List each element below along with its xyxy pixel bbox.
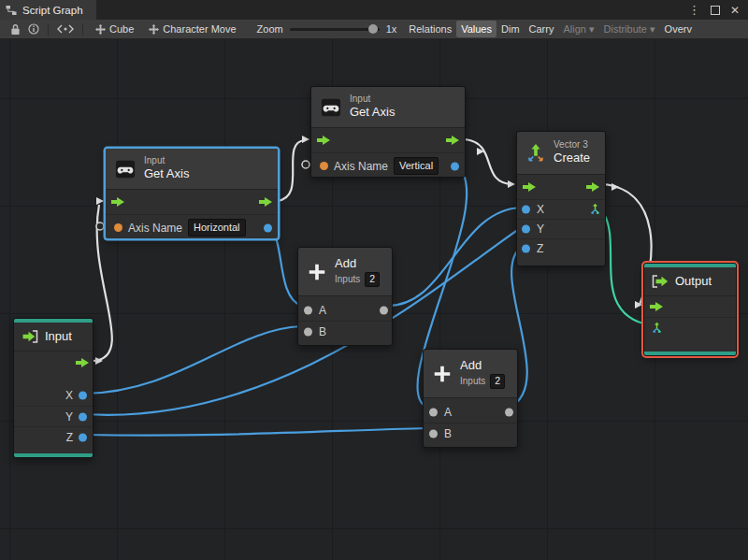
overview-button[interactable]: Overv	[660, 21, 697, 37]
zoom-slider[interactable]	[290, 28, 380, 31]
axis-name-row: Axis Name Vertical	[311, 152, 465, 179]
port-x-label: X	[537, 203, 544, 216]
close-icon[interactable]: ✕	[730, 4, 740, 17]
graph-output-icon	[651, 273, 669, 290]
gamepad-icon	[320, 97, 342, 118]
vector3-out-port[interactable]	[589, 204, 601, 216]
float-out-port[interactable]	[264, 223, 272, 232]
node-header[interactable]: Input Get Axis	[106, 149, 278, 190]
inputs-count-field[interactable]: 2	[365, 272, 380, 287]
wire-control-getaxis-v-to-create[interactable]	[464, 139, 512, 184]
control-in-port[interactable]	[523, 181, 536, 193]
value-out-port[interactable]	[380, 307, 388, 315]
maximize-icon[interactable]	[711, 6, 720, 15]
control-port-row	[14, 352, 93, 374]
breadcrumb-object[interactable]: Cube	[88, 23, 141, 35]
tab-script-graph[interactable]: Script Graph	[0, 0, 96, 20]
value-out-port[interactable]	[505, 409, 513, 417]
dim-relations-icon[interactable]	[53, 22, 78, 36]
node-header[interactable]: Vector 3 Create	[517, 132, 605, 175]
node-title: Input	[45, 329, 72, 345]
wire-input-x-to-add1-b[interactable]	[84, 326, 301, 394]
node-header[interactable]: Output	[644, 267, 736, 296]
vector3-port-row	[644, 317, 736, 337]
vector3-in-port[interactable]	[651, 322, 663, 334]
node-header[interactable]: Add Inputs 2	[424, 350, 517, 398]
value-in-port-b[interactable]	[304, 327, 312, 336]
wire-input-z-to-add2-b[interactable]	[84, 428, 428, 436]
value-in-port-b[interactable]	[429, 429, 438, 438]
inputs-count-field[interactable]: 2	[490, 374, 505, 389]
toolbar-toggles: Relations Values Dim Carry Align ▾ Distr…	[404, 21, 697, 38]
node-graph-output[interactable]: Output	[643, 263, 737, 356]
port-a-label: A	[444, 406, 452, 419]
port-x-label: X	[65, 389, 73, 402]
control-out-port[interactable]	[76, 357, 89, 368]
node-header[interactable]: Input	[14, 323, 93, 352]
control-out-port[interactable]	[446, 135, 459, 146]
axis-name-field[interactable]: Horizontal	[188, 219, 246, 236]
node-get-axis-horizontal[interactable]: Input Get Axis Axis Name Horizontal	[105, 148, 279, 239]
vector3-icon	[525, 143, 546, 164]
zoom-slider-handle[interactable]	[368, 24, 378, 34]
port-z-label: Z	[66, 431, 73, 444]
node-add-2[interactable]: Add Inputs 2 A B	[423, 349, 518, 448]
kebab-menu-icon[interactable]: ⋮	[688, 4, 700, 16]
string-in-port[interactable]	[320, 162, 328, 170]
value-out-port-z[interactable]	[79, 433, 87, 441]
port-row-y: Y	[517, 219, 605, 238]
float-out-port[interactable]	[451, 162, 459, 170]
align-label: Align	[563, 23, 585, 35]
graph-input-icon	[21, 328, 39, 345]
port-row-b: B	[424, 423, 517, 443]
port-row-z: Z	[14, 426, 93, 447]
node-header[interactable]: Input Get Axis	[311, 87, 465, 128]
breadcrumb-object-label: Cube	[109, 23, 134, 35]
node-add-1[interactable]: Add Inputs 2 A B	[297, 247, 393, 346]
node-graph-input[interactable]: Input X Y Z	[13, 318, 94, 458]
param-label: Axis Name	[334, 160, 388, 173]
control-in-port[interactable]	[317, 135, 330, 146]
dropdown-caret-icon: ▾	[589, 23, 595, 35]
node-title: Output	[675, 274, 712, 290]
unity-script-graph-window: Script Graph ⋮ ✕ Cube Character Move Z	[0, 0, 748, 560]
value-in-port-a[interactable]	[429, 409, 438, 417]
value-in-port-z[interactable]	[522, 245, 530, 253]
control-out-port[interactable]	[586, 181, 599, 193]
hollow-port-getaxis-h[interactable]	[96, 223, 104, 230]
hollow-port-getaxis-v[interactable]	[302, 161, 309, 168]
value-out-port-y[interactable]	[79, 412, 87, 421]
value-out-port-x[interactable]	[79, 392, 87, 400]
node-vector3-create[interactable]: Vector 3 Create X Y	[516, 131, 606, 266]
zoom-value: 1x	[386, 23, 397, 35]
info-icon[interactable]	[24, 22, 43, 36]
dim-button[interactable]: Dim	[496, 21, 525, 37]
wire-control-getaxis-h-to-getaxis-v[interactable]	[277, 140, 305, 201]
node-title: Create	[554, 151, 590, 166]
control-out-port[interactable]	[259, 196, 272, 208]
value-in-port-a[interactable]	[304, 307, 312, 315]
control-in-port[interactable]	[650, 301, 663, 312]
control-port-row	[644, 296, 736, 317]
param-label: Axis Name	[128, 222, 182, 235]
node-get-axis-vertical[interactable]: Input Get Axis Axis Name Vertical	[310, 86, 466, 178]
distribute-button[interactable]: Distribute ▾	[599, 21, 660, 38]
graph-canvas[interactable]: Input Get Axis Axis Name Vertical	[0, 39, 748, 560]
axis-name-field[interactable]: Vertical	[394, 157, 439, 174]
lock-icon[interactable]	[6, 22, 24, 36]
value-in-port-y[interactable]	[522, 225, 530, 234]
breadcrumb-graph[interactable]: Character Move	[141, 23, 243, 35]
values-button[interactable]: Values	[456, 21, 496, 37]
value-in-port-x[interactable]	[522, 206, 530, 214]
relations-button[interactable]: Relations	[404, 21, 456, 37]
titlebar: Script Graph ⋮ ✕	[0, 0, 748, 21]
control-in-port[interactable]	[111, 196, 124, 208]
string-in-port[interactable]	[114, 223, 122, 232]
plus-icon	[307, 262, 327, 282]
wire-add1-to-create-x[interactable]	[383, 208, 522, 306]
node-kind-label: Input	[350, 93, 395, 106]
align-button[interactable]: Align ▾	[558, 21, 598, 38]
node-header[interactable]: Add Inputs 2	[298, 248, 392, 296]
carry-button[interactable]: Carry	[525, 21, 559, 37]
control-port-row	[106, 190, 278, 214]
